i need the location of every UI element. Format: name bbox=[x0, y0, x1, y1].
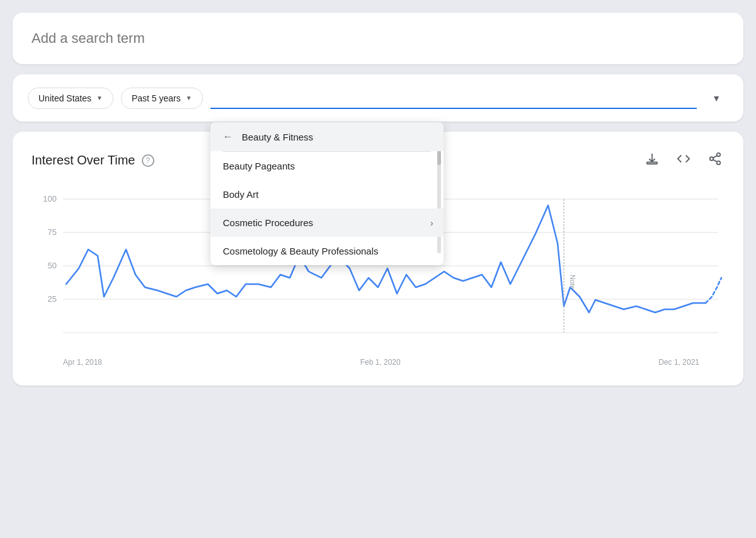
time-range-filter-button[interactable]: Past 5 years ▼ bbox=[121, 88, 203, 109]
svg-rect-0 bbox=[647, 163, 658, 164]
svg-text:50: 50 bbox=[48, 261, 57, 270]
chart-actions bbox=[643, 149, 724, 171]
category-dropdown-menu: ← Beauty & Fitness Beauty Pageants Body … bbox=[210, 122, 444, 265]
svg-point-3 bbox=[717, 161, 721, 164]
main-container: United States ▼ Past 5 years ▼ bbox=[13, 13, 743, 386]
location-chevron-icon: ▼ bbox=[96, 94, 103, 101]
chart-x-labels: Apr 1, 2018 Feb 1, 2020 Dec 1, 2021 bbox=[32, 353, 724, 367]
dropdown-item-label: Beauty & Fitness bbox=[242, 132, 313, 142]
chart-title: Interest Over Time bbox=[32, 153, 135, 168]
category-dropdown-chevron-icon: ▼ bbox=[712, 93, 721, 103]
dropdown-item-beauty-fitness[interactable]: ← Beauty & Fitness bbox=[210, 122, 444, 151]
filter-row: United States ▼ Past 5 years ▼ bbox=[28, 87, 728, 109]
filter-bar-card: United States ▼ Past 5 years ▼ bbox=[13, 74, 743, 122]
dropdown-item-cosmetology[interactable]: Cosmetology & Beauty Professionals bbox=[210, 237, 444, 265]
chevron-right-icon: › bbox=[430, 218, 433, 228]
help-icon[interactable]: ? bbox=[142, 154, 154, 167]
category-search-wrapper: ← Beauty & Fitness Beauty Pageants Body … bbox=[210, 87, 697, 109]
back-arrow-icon: ← bbox=[223, 131, 233, 142]
chart-title-group: Interest Over Time ? bbox=[32, 153, 154, 168]
dropdown-item-label: Cosmetology & Beauty Professionals bbox=[223, 246, 379, 256]
location-label: United States bbox=[38, 93, 91, 103]
dropdown-item-body-art[interactable]: Body Art bbox=[210, 180, 444, 209]
svg-text:25: 25 bbox=[48, 294, 57, 304]
dropdown-item-label: Beauty Pageants bbox=[223, 161, 295, 171]
svg-point-1 bbox=[717, 153, 721, 157]
time-range-label: Past 5 years bbox=[132, 93, 181, 103]
download-button[interactable] bbox=[643, 149, 662, 171]
location-filter-button[interactable]: United States ▼ bbox=[28, 88, 113, 109]
x-label-mid: Feb 1, 2020 bbox=[360, 358, 401, 367]
category-search-input[interactable] bbox=[210, 87, 697, 109]
dropdown-item-label: Body Art bbox=[223, 189, 259, 200]
svg-text:100: 100 bbox=[43, 194, 57, 203]
search-input[interactable] bbox=[32, 30, 724, 47]
x-label-end: Dec 1, 2021 bbox=[658, 358, 699, 367]
category-dropdown-button[interactable]: ▼ bbox=[704, 88, 728, 108]
dropdown-item-beauty-pageants[interactable]: Beauty Pageants bbox=[210, 152, 444, 180]
svg-line-4 bbox=[713, 159, 717, 162]
embed-button[interactable] bbox=[674, 149, 693, 171]
share-button[interactable] bbox=[706, 149, 724, 171]
x-label-start: Apr 1, 2018 bbox=[63, 358, 102, 367]
svg-point-2 bbox=[710, 157, 714, 161]
dropdown-item-label: Cosmetic Procedures bbox=[223, 217, 313, 228]
dropdown-item-cosmetic-procedures[interactable]: Cosmetic Procedures › bbox=[210, 209, 444, 237]
svg-line-5 bbox=[713, 156, 717, 158]
time-range-chevron-icon: ▼ bbox=[186, 94, 192, 101]
svg-text:75: 75 bbox=[48, 227, 57, 237]
search-bar-card bbox=[13, 13, 743, 64]
svg-text:Note: Note bbox=[569, 275, 576, 289]
